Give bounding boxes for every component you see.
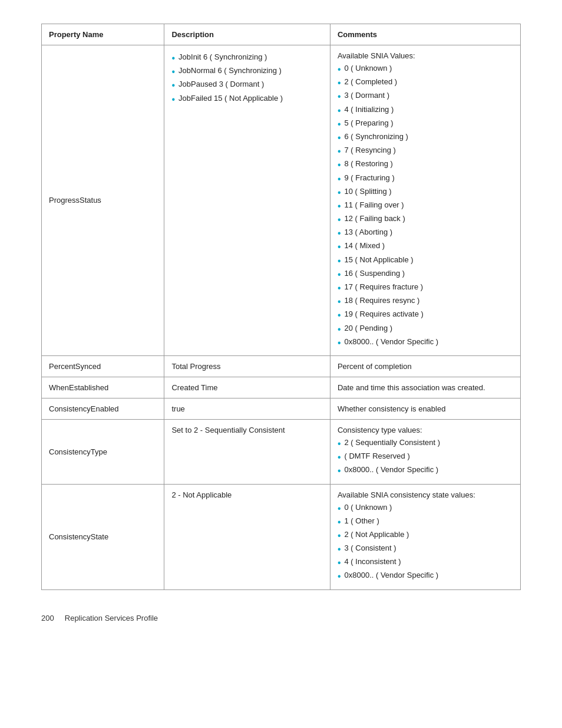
bullet-icon: • [338,465,341,476]
list-item: •5 ( Preparing ) [338,117,513,131]
comments-intro: Available SNIA consistency state values: [338,490,513,499]
property-cell: PercentSynced [42,355,164,377]
comments-cell: Available SNIA Values:•0 ( Unknown )•2 (… [330,45,520,356]
bullet-icon: • [338,282,341,294]
bullet-icon: • [338,337,341,348]
bullet-icon: • [338,228,341,239]
table-row: WhenEstablishedCreated TimeDate and time… [42,377,521,398]
comments-cell: Date and time this association was creat… [330,377,520,398]
list-item: •13 ( Aborting ) [338,226,513,240]
bullet-icon: • [338,324,341,335]
table-header-row: Property Name Description Comments [42,24,521,45]
list-item: •3 ( Consistent ) [338,542,513,556]
list-item: •2 ( Completed ) [338,76,513,90]
comments-cell: Consistency type values:•2 ( Sequentiall… [330,419,520,484]
description-cell: 2 - Not Applicable [164,484,330,589]
list-item: •8 ( Restoring ) [338,158,513,172]
list-item: •11 ( Failing over ) [338,199,513,213]
list-item: •9 ( Fracturing ) [338,172,513,186]
col-header-property: Property Name [42,24,164,45]
list-item: •2 ( Not Applicable ) [338,529,513,542]
table-row: ConsistencyTypeSet to 2 - Sequentially C… [42,419,521,484]
comments-cell: Percent of completion [330,355,520,377]
table-row: ProgressStatus•JobInit 6 ( Synchronizing… [42,45,521,356]
list-item: •JobFailed 15 ( Not Applicable ) [171,93,322,106]
bullet-icon: • [171,80,175,91]
description-cell: true [164,398,330,419]
page-footer: 200 Replication Services Profile [41,614,521,622]
list-item: •17 ( Requires fracture ) [338,281,513,295]
list-item: •0x8000.. ( Vendor Specific ) [338,336,513,350]
bullet-icon: • [338,146,341,157]
list-item: •3 ( Dormant ) [338,90,513,103]
bullet-icon: • [338,309,341,321]
bullet-icon: • [338,64,341,75]
list-item: •1 ( Other ) [338,515,513,529]
bullet-icon: • [338,200,341,212]
list-item: •20 ( Pending ) [338,322,513,336]
list-item: •JobNormal 6 ( Synchronizing ) [171,65,322,78]
description-cell: •JobInit 6 ( Synchronizing )•JobNormal 6… [164,45,330,356]
bullet-icon: • [338,269,341,280]
property-cell: WhenEstablished [42,377,164,398]
bullet-icon: • [338,77,341,88]
bullet-icon: • [338,503,341,514]
comments-cell: Whether consistency is enabled [330,398,520,419]
list-item: •19 ( Requires activate ) [338,308,513,322]
description-cell: Created Time [164,377,330,398]
list-item: •4 ( Initializing ) [338,104,513,117]
comments-intro: Available SNIA Values: [338,51,513,60]
table-row: PercentSyncedTotal ProgressPercent of co… [42,355,521,377]
page-number: 200 [41,614,54,622]
list-item: •JobPaused 3 ( Dormant ) [171,78,322,92]
bullet-icon: • [338,255,341,266]
bullet-icon: • [338,543,341,555]
list-item: •6 ( Synchronizing ) [338,131,513,144]
bullet-icon: • [338,557,341,568]
list-item: •0x8000.. ( Vendor Specific ) [338,464,513,477]
bullet-icon: • [338,452,341,463]
main-table: Property Name Description Comments Progr… [41,24,521,590]
list-item: •0 ( Unknown ) [338,62,513,76]
bullet-icon: • [338,241,341,252]
bullet-icon: • [338,438,341,449]
list-item: •14 ( Mixed ) [338,240,513,253]
table-row: ConsistencyEnabledtrueWhether consistenc… [42,398,521,419]
property-cell: ConsistencyState [42,484,164,589]
list-item: •JobInit 6 ( Synchronizing ) [171,51,322,65]
list-item: •18 ( Requires resync ) [338,295,513,308]
col-header-comments: Comments [330,24,520,45]
bullet-icon: • [338,296,341,307]
property-cell: ConsistencyEnabled [42,398,164,419]
comments-intro: Consistency type values: [338,426,513,434]
bullet-icon: • [338,187,341,198]
list-item: •( DMTF Reserved ) [338,450,513,464]
list-item: •2 ( Sequentially Consistent ) [338,437,513,450]
list-item: •7 ( Resyncing ) [338,144,513,158]
page-wrapper: Property Name Description Comments Progr… [0,0,562,658]
list-item: •10 ( Splitting ) [338,186,513,199]
list-item: •15 ( Not Applicable ) [338,254,513,268]
table-row: ConsistencyState2 - Not ApplicableAvaila… [42,484,521,589]
bullet-icon: • [171,52,175,64]
property-cell: ConsistencyType [42,419,164,484]
list-item: •12 ( Failing back ) [338,213,513,226]
list-item: •4 ( Inconsistent ) [338,556,513,569]
description-cell: Total Progress [164,355,330,377]
bullet-icon: • [171,66,175,77]
bullet-icon: • [171,94,175,105]
bullet-icon: • [338,105,341,116]
col-header-description: Description [164,24,330,45]
bullet-icon: • [338,530,341,541]
list-item: •16 ( Suspending ) [338,268,513,281]
list-item: •0x8000.. ( Vendor Specific ) [338,569,513,583]
bullet-icon: • [338,91,341,102]
bullet-icon: • [338,516,341,528]
bullet-icon: • [338,571,341,582]
comments-cell: Available SNIA consistency state values:… [330,484,520,589]
description-cell: Set to 2 - Sequentially Consistent [164,419,330,484]
bullet-icon: • [338,214,341,225]
bullet-icon: • [338,118,341,130]
bullet-icon: • [338,159,341,170]
footer-title: Replication Services Profile [65,614,158,622]
